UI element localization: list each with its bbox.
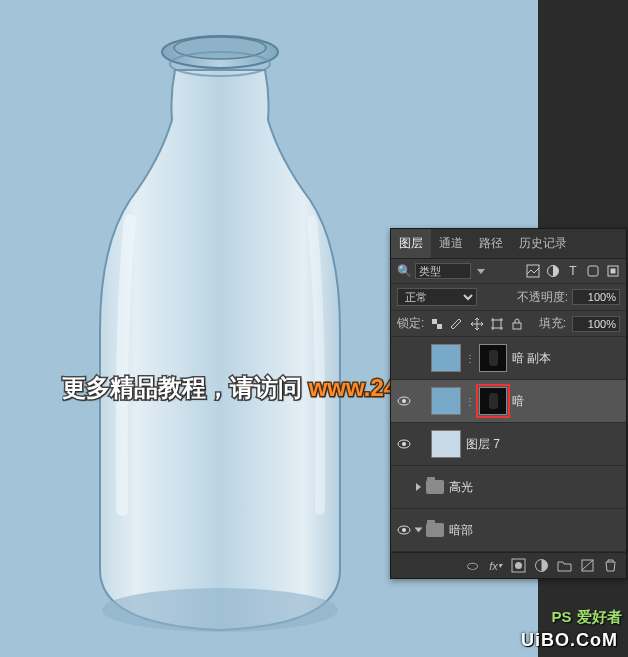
opacity-label: 不透明度: (517, 289, 568, 306)
filter-shape-icon[interactable] (586, 264, 600, 278)
bottle-image (60, 10, 380, 640)
layer-row[interactable]: ⋮ 暗 副本 (391, 337, 626, 380)
disclosure-triangle[interactable] (416, 483, 421, 491)
svg-point-20 (515, 562, 522, 569)
svg-point-14 (402, 399, 406, 403)
filter-adjust-icon[interactable] (546, 264, 560, 278)
lock-row: 锁定: 填充: (391, 311, 626, 337)
svg-rect-10 (437, 324, 442, 329)
chevron-down-icon[interactable] (477, 269, 485, 274)
layer-mask-thumb[interactable] (479, 387, 507, 415)
link-icon: ⋮ (466, 394, 474, 408)
lock-position-icon[interactable] (470, 317, 484, 331)
layer-row[interactable]: ⋮ 暗 (391, 380, 626, 423)
svg-rect-8 (611, 269, 616, 274)
svg-point-0 (102, 588, 338, 632)
fill-label: 填充: (539, 315, 566, 332)
folder-icon (426, 480, 444, 494)
disclosure-triangle[interactable] (415, 528, 423, 533)
layer-name[interactable]: 暗 (512, 393, 620, 410)
layer-list: ⋮ 暗 副本 ⋮ 暗 图层 7 高光 暗部 (391, 337, 626, 552)
watermark-logo-text: PS (551, 608, 571, 625)
new-adjustment-icon[interactable] (534, 558, 549, 573)
svg-rect-12 (513, 323, 521, 329)
svg-rect-9 (432, 319, 437, 324)
visibility-toggle[interactable] (397, 394, 411, 408)
layer-row[interactable]: 暗部 (391, 509, 626, 552)
svg-rect-6 (588, 266, 598, 276)
link-icon: ⋮ (466, 351, 474, 365)
layer-name[interactable]: 暗部 (449, 522, 620, 539)
promo-text: 更多精品教程，请访问 (62, 374, 309, 401)
search-icon: 🔍 (397, 264, 411, 278)
tab-history[interactable]: 历史记录 (511, 229, 575, 258)
svg-point-16 (402, 442, 406, 446)
fx-icon[interactable]: fx▾ (488, 558, 503, 573)
lock-label: 锁定: (397, 315, 424, 332)
blend-row: 正常 不透明度: (391, 284, 626, 311)
filter-icons: T (526, 264, 620, 278)
filter-text-icon[interactable]: T (566, 264, 580, 278)
filter-pixel-icon[interactable] (526, 264, 540, 278)
layer-mask-thumb[interactable] (479, 344, 507, 372)
tab-paths[interactable]: 路径 (471, 229, 511, 258)
panel-tabs: 图层 通道 路径 历史记录 (391, 229, 626, 259)
delete-layer-icon[interactable] (603, 558, 618, 573)
layer-thumb[interactable] (431, 344, 461, 372)
lock-pixels-icon[interactable] (450, 317, 464, 331)
layer-thumb[interactable] (431, 430, 461, 458)
layer-row[interactable]: 图层 7 (391, 423, 626, 466)
lock-all-icon[interactable] (510, 317, 524, 331)
tab-channels[interactable]: 通道 (431, 229, 471, 258)
layer-thumb[interactable] (431, 387, 461, 415)
add-mask-icon[interactable] (511, 558, 526, 573)
watermark-logo: PS 爱好者 (551, 604, 622, 627)
visibility-toggle[interactable] (397, 480, 411, 494)
layers-panel: 图层 通道 路径 历史记录 🔍 T 正常 不透明度: 锁定: 填充: (390, 228, 627, 579)
link-layers-icon[interactable]: ⬭ (465, 558, 480, 573)
layer-filter[interactable]: 🔍 (397, 263, 485, 279)
blend-mode-select[interactable]: 正常 (397, 288, 477, 306)
watermark-site: UiBO.CoM (521, 630, 618, 651)
filter-row: 🔍 T (391, 259, 626, 284)
fill-input[interactable] (572, 316, 620, 332)
layer-name[interactable]: 图层 7 (466, 436, 620, 453)
folder-icon (426, 523, 444, 537)
filter-type-input[interactable] (415, 263, 471, 279)
visibility-toggle[interactable] (397, 523, 411, 537)
layer-name[interactable]: 高光 (449, 479, 620, 496)
lock-transparency-icon[interactable] (430, 317, 444, 331)
svg-point-18 (402, 528, 406, 532)
svg-rect-11 (493, 320, 501, 328)
layer-name[interactable]: 暗 副本 (512, 350, 620, 367)
new-group-icon[interactable] (557, 558, 572, 573)
visibility-toggle[interactable] (397, 437, 411, 451)
panel-footer: ⬭ fx▾ (391, 552, 626, 578)
visibility-toggle[interactable] (397, 351, 411, 365)
filter-smart-icon[interactable] (606, 264, 620, 278)
lock-artboard-icon[interactable] (490, 317, 504, 331)
new-layer-icon[interactable] (580, 558, 595, 573)
layer-row[interactable]: 高光 (391, 466, 626, 509)
watermark-logo-sub: 爱好者 (577, 608, 622, 625)
svg-rect-4 (527, 265, 539, 277)
opacity-input[interactable] (572, 289, 620, 305)
tab-layers[interactable]: 图层 (391, 229, 431, 258)
